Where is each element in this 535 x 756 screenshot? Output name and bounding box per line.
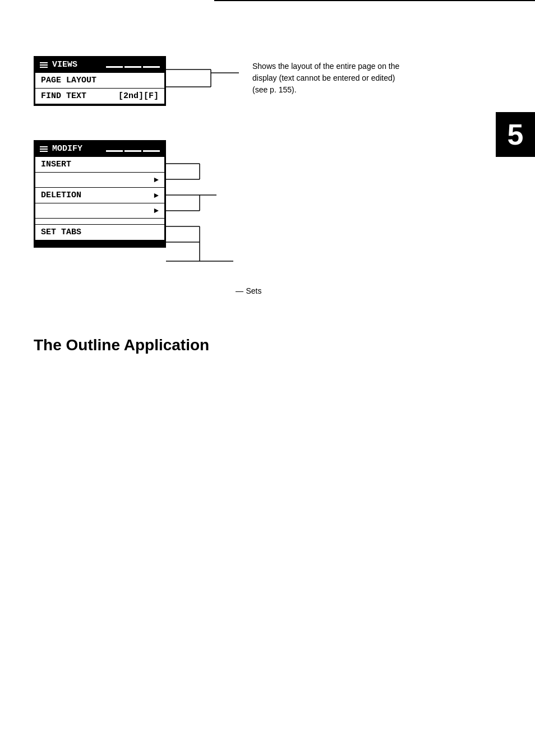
views-annotation: Shows the layout of the entire page on t… [252,61,409,96]
views-menu-header: VIEWS [35,58,164,73]
modify-insert-item[interactable]: INSERT [35,157,164,173]
top-decorative-line [214,0,535,1]
section-heading: The Outline Application [34,336,501,354]
chapter-number: 5 [508,118,524,151]
chapter-badge: 5 [496,112,535,157]
modify-menu-box: MODIFY INSERT ► [34,140,166,248]
modify-item-5[interactable] [35,219,164,225]
views-find-text-shortcut: [2nd][F] [118,91,159,101]
modify-set-tabs-label: SET TABS [41,228,81,237]
modify-menu-title: MODIFY [52,144,82,154]
views-menu-box: VIEWS PAGE LAYOUT FIND TEXT [2nd][F] [34,56,166,106]
views-menu-title: VIEWS [52,60,77,69]
views-page-layout-item[interactable]: PAGE LAYOUT [35,73,164,89]
sets-dash: — [236,286,243,295]
modify-deletion-item[interactable]: DELETION ► [35,188,164,203]
views-annotation-text: Shows the layout of the entire page on t… [252,62,399,94]
views-page-layout-label: PAGE LAYOUT [41,76,96,85]
modify-set-tabs-item[interactable]: SET TABS [35,225,164,240]
modify-item-4-arrow: ► [154,206,159,215]
modify-diagram: MODIFY INSERT ► [34,140,501,308]
modify-item-4[interactable]: ► [35,203,164,219]
views-find-text-item[interactable]: FIND TEXT [2nd][F] [35,89,164,104]
modify-item-7[interactable] [35,240,164,246]
views-diagram: VIEWS PAGE LAYOUT FIND TEXT [2nd][F] [34,56,501,123]
modify-deletion-arrow: ► [154,191,159,200]
menu-lines-icon [40,62,48,68]
modify-connector-svg [166,140,278,308]
modify-item-2-arrow: ► [154,175,159,184]
sets-label: Sets [246,286,261,295]
sets-annotation: — Sets [236,286,261,296]
views-find-text-label: FIND TEXT [41,91,86,101]
content-area: VIEWS PAGE LAYOUT FIND TEXT [2nd][F] [34,56,501,354]
modify-insert-label: INSERT [41,160,71,169]
modify-menu-header: MODIFY [35,142,164,157]
modify-menu-lines-icon [40,146,48,152]
modify-deletion-label: DELETION [41,191,81,200]
modify-item-2[interactable]: ► [35,173,164,188]
page-container: 5 VIEWS [0,0,535,756]
